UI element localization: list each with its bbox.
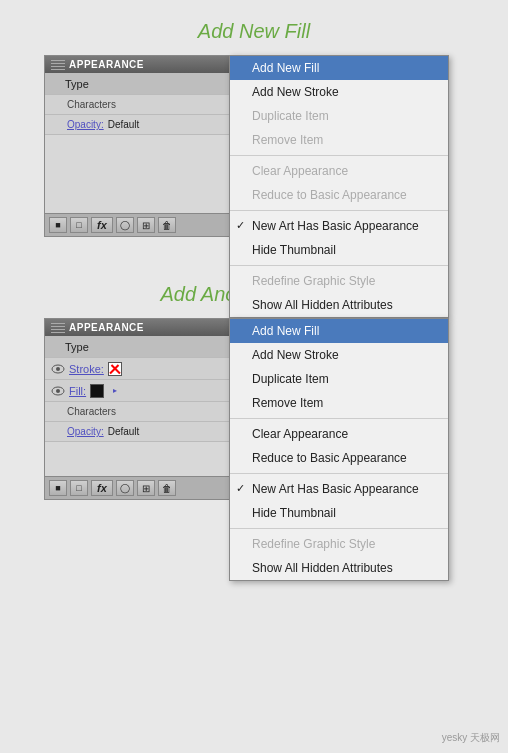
- menu-item-remove-2[interactable]: Remove Item: [230, 391, 448, 415]
- footer-delete-1[interactable]: 🗑: [158, 217, 176, 233]
- panel-stroke-row-2: Stroke:: [45, 358, 243, 380]
- panel-opacity-row-1: Opacity: Default: [45, 115, 243, 135]
- stroke-swatch: [108, 362, 122, 376]
- eye-icon-fill[interactable]: [51, 386, 65, 396]
- menu-item-duplicate-1: Duplicate Item: [230, 104, 448, 128]
- menu-item-hide-thumb-2[interactable]: Hide Thumbnail: [230, 501, 448, 525]
- footer-square-outline-2[interactable]: □: [70, 480, 88, 496]
- panel-footer-2: ■ □ fx ◯ ⊞ 🗑: [45, 476, 243, 499]
- menu-item-show-hidden-1[interactable]: Show All Hidden Attributes: [230, 293, 448, 317]
- menu-item-add-fill-1[interactable]: Add New Fill: [230, 56, 448, 80]
- panel-type-row-2: Type: [45, 336, 243, 358]
- opacity-label-1[interactable]: Opacity:: [67, 119, 104, 130]
- fill-label-2[interactable]: Fill:: [69, 385, 86, 397]
- menu-sep-2b: [230, 473, 448, 474]
- menu-item-redefine-2: Redefine Graphic Style: [230, 532, 448, 556]
- menu-sep-2c: [230, 528, 448, 529]
- menu-sep-2a: [230, 418, 448, 419]
- panel-opacity-row-2: Opacity: Default: [45, 422, 243, 442]
- menu-item-redefine-1: Redefine Graphic Style: [230, 269, 448, 293]
- menu-item-hide-thumb-1[interactable]: Hide Thumbnail: [230, 238, 448, 262]
- menu-item-remove-1: Remove Item: [230, 128, 448, 152]
- demo1-container: APPEARANCE ≡ Type Characters Opacity: De…: [44, 55, 464, 237]
- fill-swatch-container: ▸: [90, 383, 117, 397]
- chars-label-2: Characters: [67, 406, 116, 417]
- panel-title-2: APPEARANCE: [69, 322, 144, 333]
- fill-swatch: [90, 384, 104, 398]
- panel-header-2: APPEARANCE ≡: [45, 319, 243, 336]
- menu-item-add-stroke-2[interactable]: Add New Stroke: [230, 343, 448, 367]
- panel-type-row-1: Type: [45, 73, 243, 95]
- menu-item-add-fill-2[interactable]: Add New Fill: [230, 319, 448, 343]
- footer-square-solid-2[interactable]: ■: [49, 480, 67, 496]
- type-label-1: Type: [65, 78, 89, 90]
- footer-fx-2[interactable]: fx: [91, 480, 113, 496]
- appearance-panel-2: APPEARANCE ≡ Type Stroke:: [44, 318, 244, 500]
- panel-header-1: APPEARANCE ≡: [45, 56, 243, 73]
- panel-chars-row-1: Characters: [45, 95, 243, 115]
- panel-content-2: Type Stroke: Fill:: [45, 336, 243, 476]
- menu-item-clear-2[interactable]: Clear Appearance: [230, 422, 448, 446]
- menu-item-show-hidden-2[interactable]: Show All Hidden Attributes: [230, 556, 448, 580]
- type-label-2: Type: [65, 341, 89, 353]
- menu-sep-1c: [230, 265, 448, 266]
- svg-point-3: [56, 389, 60, 393]
- menu-sep-1b: [230, 210, 448, 211]
- opacity-value-1: Default: [108, 119, 140, 130]
- panel-drag-1: [51, 60, 65, 70]
- footer-fx-1[interactable]: fx: [91, 217, 113, 233]
- fill-arrow[interactable]: ▸: [113, 386, 117, 395]
- menu-item-new-art-1[interactable]: New Art Has Basic Appearance: [230, 214, 448, 238]
- context-menu-1: Add New Fill Add New Stroke Duplicate It…: [229, 55, 449, 318]
- section1-title: Add New Fill: [198, 20, 310, 43]
- eye-icon-stroke[interactable]: [51, 364, 65, 374]
- menu-item-reduce-1: Reduce to Basic Appearance: [230, 183, 448, 207]
- menu-sep-1a: [230, 155, 448, 156]
- menu-item-reduce-2[interactable]: Reduce to Basic Appearance: [230, 446, 448, 470]
- watermark: yesky 天极网: [442, 731, 500, 745]
- opacity-value-2: Default: [108, 426, 140, 437]
- panel-content-1: Type Characters Opacity: Default: [45, 73, 243, 213]
- menu-item-add-stroke-1[interactable]: Add New Stroke: [230, 80, 448, 104]
- footer-new-1[interactable]: ⊞: [137, 217, 155, 233]
- footer-new-2[interactable]: ⊞: [137, 480, 155, 496]
- panel-fill-row-2: Fill: ▸: [45, 380, 243, 402]
- stroke-swatch-container: [108, 361, 126, 375]
- opacity-label-2[interactable]: Opacity:: [67, 426, 104, 437]
- panel-footer-1: ■ □ fx ◯ ⊞ 🗑: [45, 213, 243, 236]
- panel-title-1: APPEARANCE: [69, 59, 144, 70]
- footer-circle-1[interactable]: ◯: [116, 217, 134, 233]
- footer-square-outline-1[interactable]: □: [70, 217, 88, 233]
- chars-label-1: Characters: [67, 99, 116, 110]
- demo2-container: APPEARANCE ≡ Type Stroke:: [44, 318, 464, 500]
- appearance-panel-1: APPEARANCE ≡ Type Characters Opacity: De…: [44, 55, 244, 237]
- footer-square-solid-1[interactable]: ■: [49, 217, 67, 233]
- context-menu-2: Add New Fill Add New Stroke Duplicate It…: [229, 318, 449, 581]
- menu-item-clear-1: Clear Appearance: [230, 159, 448, 183]
- menu-item-new-art-2[interactable]: New Art Has Basic Appearance: [230, 477, 448, 501]
- footer-circle-2[interactable]: ◯: [116, 480, 134, 496]
- svg-point-1: [56, 367, 60, 371]
- footer-delete-2[interactable]: 🗑: [158, 480, 176, 496]
- menu-item-duplicate-2[interactable]: Duplicate Item: [230, 367, 448, 391]
- panel-chars-row-2: Characters: [45, 402, 243, 422]
- stroke-label-2[interactable]: Stroke:: [69, 363, 104, 375]
- panel-drag-2: [51, 323, 65, 333]
